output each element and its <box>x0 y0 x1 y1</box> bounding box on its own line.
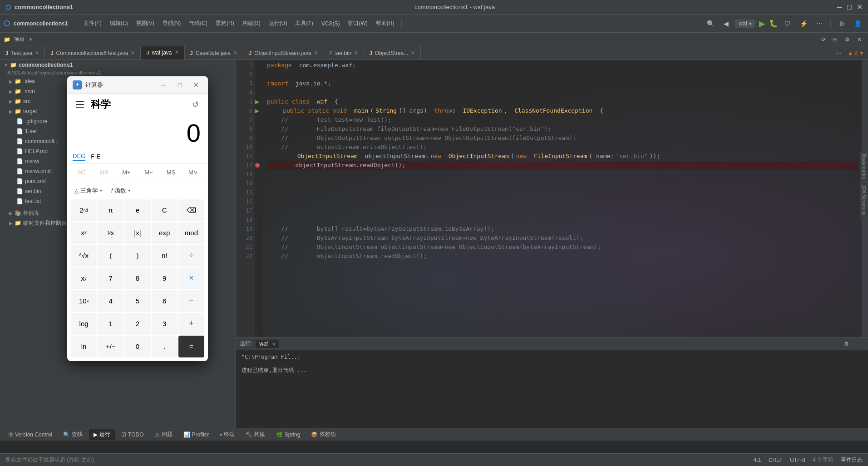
tab-objectstrea[interactable]: J ObjectStrea... ✕ <box>364 46 421 60</box>
bottom-tab-run[interactable]: ▶ 运行 <box>89 429 115 440</box>
close-tab-waf[interactable]: ✕ <box>175 50 179 55</box>
calc-btn-4[interactable]: 4 <box>98 290 123 312</box>
calc-btn-mod[interactable]: mod <box>178 222 204 244</box>
calc-btn-fact[interactable]: n! <box>152 245 178 267</box>
minimize-button[interactable]: ─ <box>836 4 843 10</box>
calc-btn-backspace[interactable]: ⌫ <box>178 199 204 221</box>
menu-help[interactable]: 帮助(H) <box>373 19 397 28</box>
calc-btn-5[interactable]: 5 <box>124 290 150 312</box>
calc-btn-mul[interactable]: × <box>178 268 204 289</box>
close-tab-os[interactable]: ✕ <box>411 50 415 56</box>
close-button[interactable]: ✕ <box>856 4 863 10</box>
maximize-button[interactable]: □ <box>846 4 853 10</box>
bottom-tab-version-control[interactable]: ⑤ Version Control <box>4 429 57 440</box>
calc-deg-btn[interactable]: DEG <box>73 152 85 161</box>
tabs-more-btn[interactable]: ⋯ <box>833 49 844 57</box>
menu-window[interactable]: 窗口(W) <box>345 19 370 28</box>
calc-btn-c[interactable]: C <box>152 199 178 221</box>
encoding-indicator[interactable]: UTF-8 <box>790 457 805 463</box>
run-config-dropdown[interactable]: waf ▾ <box>735 20 755 28</box>
calc-btn-minus[interactable]: − <box>178 290 204 312</box>
tab-waf-java[interactable]: J waf.java ✕ <box>141 46 184 60</box>
settings-btn[interactable]: ⚙ <box>836 19 848 28</box>
more-run-btn[interactable]: ⋯ <box>814 20 825 28</box>
calc-mc-btn[interactable]: MC <box>71 165 93 180</box>
calc-btn-e[interactable]: e <box>124 199 150 221</box>
rv-tab-jpa[interactable]: JPA Structure <box>860 182 868 218</box>
menu-view[interactable]: 视图(V) <box>133 19 157 28</box>
calc-btn-pi[interactable]: π <box>98 199 123 221</box>
calc-func-dropdown-btn[interactable]: f 函数 ▾ <box>108 185 134 197</box>
calc-btn-x2[interactable]: x² <box>71 222 97 244</box>
menu-navigate[interactable]: 导航(N) <box>160 19 184 28</box>
bottom-tab-deps[interactable]: 📦 依赖项 <box>306 429 340 440</box>
menu-vcs[interactable]: VCS(S) <box>319 20 343 28</box>
profile-btn[interactable]: ⚡ <box>797 19 810 28</box>
calc-hamburger-btn[interactable] <box>73 97 87 112</box>
calc-btn-9[interactable]: 9 <box>152 268 178 289</box>
bottom-tab-find[interactable]: 🔍 查找 <box>59 429 87 440</box>
event-log[interactable]: 事件日志 <box>841 456 863 464</box>
calc-mr-btn[interactable]: MR <box>93 165 115 180</box>
run-button[interactable]: ▶ <box>759 19 765 29</box>
rv-tab-bookmarks[interactable]: Bookmarks <box>860 151 868 182</box>
menu-code[interactable]: 代码(C) <box>186 19 210 28</box>
calc-btn-abs[interactable]: |x| <box>124 222 150 244</box>
calc-btn-1[interactable]: 1 <box>98 313 123 335</box>
project-dropdown-btn[interactable]: ▾ <box>27 36 35 43</box>
calc-trig-btn[interactable]: △ 三角学 ▾ <box>71 185 106 197</box>
coverage-btn[interactable]: 🛡 <box>782 19 794 28</box>
calc-btn-equals[interactable]: = <box>178 336 204 357</box>
menu-run[interactable]: 运行(U) <box>266 19 290 28</box>
calc-btn-6[interactable]: 6 <box>152 290 178 312</box>
calc-mv-btn[interactable]: M∨ <box>182 165 204 180</box>
calc-btn-plus[interactable]: + <box>178 313 204 335</box>
line-sep-indicator[interactable]: CRLF <box>769 457 783 463</box>
calc-btn-sqrt[interactable]: ²√x <box>71 245 97 267</box>
menu-tools[interactable]: 工具(T) <box>292 19 316 28</box>
calc-btn-dot[interactable]: . <box>152 336 178 357</box>
collapse-all-btn[interactable]: ⊟ <box>830 35 840 44</box>
calc-btn-log[interactable]: log <box>71 313 97 335</box>
bottom-tab-terminal[interactable]: ▪ 终端 <box>216 429 239 440</box>
calc-btn-plusminus[interactable]: +/− <box>98 336 123 357</box>
debug-button[interactable]: 🐛 <box>769 19 778 28</box>
close-tab-cc6[interactable]: ✕ <box>131 50 135 56</box>
menu-file[interactable]: 文件(F) <box>81 19 104 28</box>
calc-mminus-btn[interactable]: M− <box>138 165 160 180</box>
close-tab-ser[interactable]: ✕ <box>354 50 358 56</box>
sync-files-btn[interactable]: ⟳ <box>819 35 829 44</box>
calc-btn-8[interactable]: 8 <box>124 268 150 289</box>
calc-btn-ln[interactable]: ln <box>71 336 97 357</box>
bottom-tab-problems[interactable]: ⚠ 问题 <box>150 429 177 440</box>
calc-btn-0[interactable]: 0 <box>124 336 150 357</box>
calc-close-btn[interactable]: ✕ <box>190 79 202 91</box>
menu-refactor[interactable]: 重构(R) <box>213 19 237 28</box>
menu-edit[interactable]: 编辑(E) <box>107 19 131 28</box>
close-tab-ois[interactable]: ✕ <box>314 50 318 56</box>
calc-btn-1x[interactable]: ¹∕x <box>98 222 123 244</box>
tab-test-java[interactable]: J Test.java ✕ <box>0 46 45 60</box>
close-sidebar-btn[interactable]: ✕ <box>854 35 864 44</box>
terminal-tab-waf[interactable]: waf ✕ <box>256 340 279 348</box>
calc-btn-10x[interactable]: 10x <box>71 290 97 312</box>
close-tab-test[interactable]: ✕ <box>35 50 39 56</box>
terminal-close-btn[interactable]: — <box>853 340 864 348</box>
calc-btn-7[interactable]: 7 <box>98 268 123 289</box>
tab-casebyte[interactable]: J CaseByte.java ✕ <box>185 46 244 60</box>
calc-ms-btn[interactable]: MS <box>160 165 182 180</box>
calc-btn-2nd[interactable]: 2nd <box>71 199 97 221</box>
bottom-tab-profiler[interactable]: 📊 Profiler <box>179 429 214 440</box>
bottom-tab-build[interactable]: 🔨 构建 <box>241 429 270 440</box>
calc-btn-3[interactable]: 3 <box>152 313 178 335</box>
calc-mplus-btn[interactable]: M+ <box>115 165 138 180</box>
tab-objectinputstream[interactable]: J ObjectInputStream.java ✕ <box>243 46 324 60</box>
terminal-tab-close[interactable]: ✕ <box>272 342 276 347</box>
calc-btn-2[interactable]: 2 <box>124 313 150 335</box>
tab-commoncollections6[interactable]: J Commoncollections6Test.java ✕ <box>45 46 141 60</box>
calc-minimize-btn[interactable]: ─ <box>157 79 170 91</box>
bottom-tab-todo[interactable]: ☑ TODO <box>117 429 148 440</box>
position-indicator[interactable]: 4:1 <box>754 457 761 463</box>
calc-maximize-btn[interactable]: □ <box>173 79 186 91</box>
editor-code[interactable]: package com.example.waf; import java.io.… <box>263 60 862 337</box>
